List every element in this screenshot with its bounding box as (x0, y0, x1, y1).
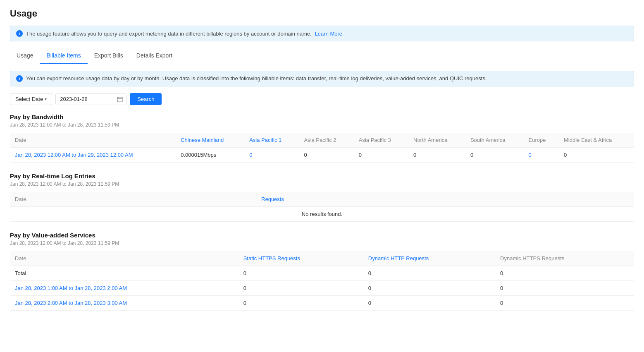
va-row-0-date: Total (10, 266, 239, 281)
top-banner-text: The usage feature allows you to query an… (26, 31, 312, 37)
va-row-2-date[interactable]: Jan 28, 2023 2:00 AM to Jan 28, 2023 3:0… (10, 296, 239, 311)
table-row: Jan 28, 2023 2:00 AM to Jan 28, 2023 3:0… (10, 296, 634, 311)
bandwidth-row-south-america: 0 (465, 148, 524, 163)
bandwidth-table-header: Date Chinese Mainland Asia Pacific 1 Asi… (10, 133, 634, 148)
va-row-1-static-https: 0 (239, 281, 363, 296)
tab-billable-items[interactable]: Billable Items (40, 48, 87, 64)
va-row-1-date[interactable]: Jan 28, 2023 1:00 AM to Jan 28, 2023 2:0… (10, 281, 239, 296)
col-requests: Requests (256, 192, 634, 207)
table-row: Total 0 0 0 (10, 266, 634, 281)
bandwidth-row-date[interactable]: Jan 28, 2023 12:00 AM to Jan 29, 2023 12… (10, 148, 176, 163)
col-dynamic-https: Dynamic HTTPS Requests (495, 251, 634, 266)
va-row-0-dynamic-http: 0 (363, 266, 495, 281)
learn-more-link[interactable]: Learn More (315, 31, 342, 37)
col-europe: Europe (524, 133, 559, 148)
table-row: Jan 28, 2023 1:00 AM to Jan 28, 2023 2:0… (10, 281, 634, 296)
bandwidth-row-north-america: 0 (408, 148, 465, 163)
col-asia-pacific-2: Asia Pacific 2 (299, 133, 353, 148)
bandwidth-date-range: Jan 28, 2023 12:00 AM to Jan 28, 2023 11… (10, 122, 634, 128)
calendar-icon-button[interactable] (114, 94, 126, 105)
tab-usage[interactable]: Usage (10, 48, 40, 64)
no-results-message: No results found. (10, 207, 634, 222)
date-input-wrapper (55, 93, 126, 105)
select-date-button[interactable]: Select Date ▾ (10, 93, 52, 105)
tabs-container: Usage Billable Items Export Bills Detail… (10, 48, 634, 64)
bandwidth-row-asia-pacific-2: 0 (299, 148, 353, 163)
info-icon: i (16, 30, 23, 37)
value-added-section: Pay by Value-added Services Jan 28, 2023… (10, 232, 634, 311)
bandwidth-title: Pay by Bandwidth (10, 113, 634, 120)
info-icon-2: i (16, 75, 23, 82)
value-added-table-header: Date Static HTTPS Requests Dynamic HTTP … (10, 251, 634, 266)
billable-info-banner: i You can export resource usage data by … (10, 71, 634, 86)
col-static-https: Static HTTPS Requests (239, 251, 363, 266)
bandwidth-row-europe[interactable]: 0 (524, 148, 559, 163)
value-added-date-range: Jan 28, 2023 12:00 AM to Jan 28, 2023 11… (10, 240, 634, 246)
date-input[interactable] (56, 93, 114, 105)
realtime-log-section: Pay by Real-time Log Entries Jan 28, 202… (10, 172, 634, 222)
va-row-2-dynamic-https: 0 (495, 296, 634, 311)
chevron-down-icon: ▾ (45, 97, 47, 101)
col-chinese-mainland: Chinese Mainland (176, 133, 244, 148)
realtime-log-table: Date Requests No results found. (10, 192, 634, 222)
tab-details-export[interactable]: Details Export (130, 48, 179, 64)
col-south-america: South America (465, 133, 524, 148)
value-added-table: Date Static HTTPS Requests Dynamic HTTP … (10, 251, 634, 311)
va-row-1-dynamic-https: 0 (495, 281, 634, 296)
va-row-2-dynamic-http: 0 (363, 296, 495, 311)
col-dynamic-http: Dynamic HTTP Requests (363, 251, 495, 266)
bandwidth-row-asia-pacific-3: 0 (354, 148, 408, 163)
select-date-label: Select Date (15, 96, 43, 102)
billable-banner-text: You can export resource usage data by da… (26, 75, 487, 81)
bandwidth-row-chinese-mainland: 0.000015Mbps (176, 148, 244, 163)
va-row-0-static-https: 0 (239, 266, 363, 281)
col-log-date: Date (10, 192, 256, 207)
realtime-log-title: Pay by Real-time Log Entries (10, 172, 634, 180)
va-row-2-static-https: 0 (239, 296, 363, 311)
va-row-0-dynamic-https: 0 (495, 266, 634, 281)
col-north-america: North America (408, 133, 465, 148)
col-asia-pacific-1: Asia Pacific 1 (244, 133, 299, 148)
col-middle-east-africa: Middle East & Africa (559, 133, 634, 148)
col-asia-pacific-3: Asia Pacific 3 (354, 133, 408, 148)
bandwidth-row-asia-pacific-1[interactable]: 0 (244, 148, 299, 163)
svg-rect-0 (117, 97, 122, 102)
realtime-log-date-range: Jan 28, 2023 12:00 AM to Jan 28, 2023 11… (10, 181, 634, 187)
bandwidth-table: Date Chinese Mainland Asia Pacific 1 Asi… (10, 133, 634, 163)
table-row: Jan 28, 2023 12:00 AM to Jan 29, 2023 12… (10, 148, 634, 163)
table-row: No results found. (10, 207, 634, 222)
realtime-log-table-header: Date Requests (10, 192, 634, 207)
calendar-icon (117, 96, 123, 102)
col-va-date: Date (10, 251, 239, 266)
bandwidth-section: Pay by Bandwidth Jan 28, 2023 12:00 AM t… (10, 113, 634, 163)
search-button[interactable]: Search (130, 93, 162, 105)
top-info-banner: i The usage feature allows you to query … (10, 26, 634, 41)
tab-export-bills[interactable]: Export Bills (88, 48, 130, 64)
bandwidth-row-middle-east-africa: 0 (559, 148, 634, 163)
va-row-1-dynamic-http: 0 (363, 281, 495, 296)
col-date: Date (10, 133, 176, 148)
value-added-title: Pay by Value-added Services (10, 232, 634, 239)
controls-row: Select Date ▾ Search (10, 93, 634, 105)
page-title: Usage (10, 8, 634, 19)
